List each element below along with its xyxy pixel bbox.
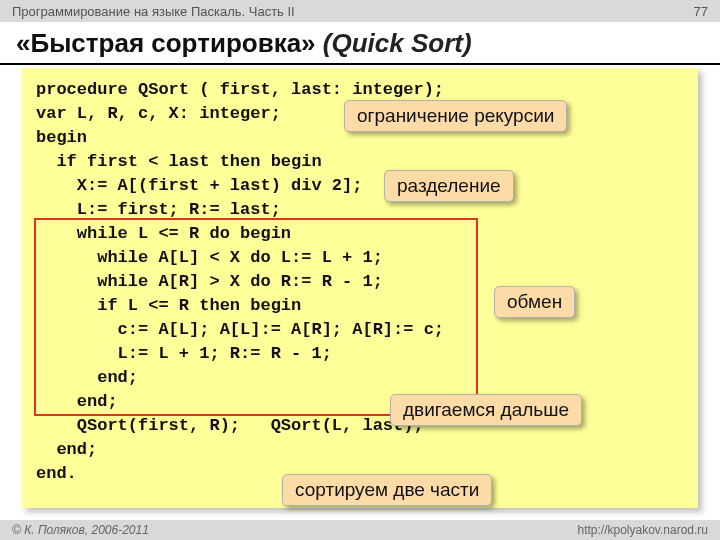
title-sub: (Quick Sort) xyxy=(323,28,472,58)
code-line: X:= A[(first + last) div 2]; xyxy=(36,174,684,198)
topbar: Программирование на языке Паскаль. Часть… xyxy=(0,0,720,22)
slide-title: «Быстрая сортировка» (Quick Sort) xyxy=(0,22,720,65)
page-number: 77 xyxy=(694,4,708,19)
code-line: end; xyxy=(36,438,684,462)
callout-recurse-parts: сортируем две части xyxy=(282,474,492,506)
footer: © К. Поляков, 2006-2011 http://kpolyakov… xyxy=(0,520,720,540)
highlight-box xyxy=(34,218,478,416)
slide: Программирование на языке Паскаль. Часть… xyxy=(0,0,720,540)
callout-partition: разделение xyxy=(384,170,514,202)
topbar-left: Программирование на языке Паскаль. Часть… xyxy=(12,4,295,19)
footer-right: http://kpolyakov.narod.ru xyxy=(577,523,708,537)
callout-swap: обмен xyxy=(494,286,575,318)
code-line: procedure QSort ( first, last: integer); xyxy=(36,78,684,102)
code-line: if first < last then begin xyxy=(36,150,684,174)
footer-left: © К. Поляков, 2006-2011 xyxy=(12,523,149,537)
title-main: «Быстрая сортировка» xyxy=(16,28,316,58)
callout-recursion-limit: ограничение рекурсии xyxy=(344,100,567,132)
code-line: QSort(first, R); QSort(L, last); xyxy=(36,414,684,438)
callout-advance: двигаемся дальше xyxy=(390,394,582,426)
